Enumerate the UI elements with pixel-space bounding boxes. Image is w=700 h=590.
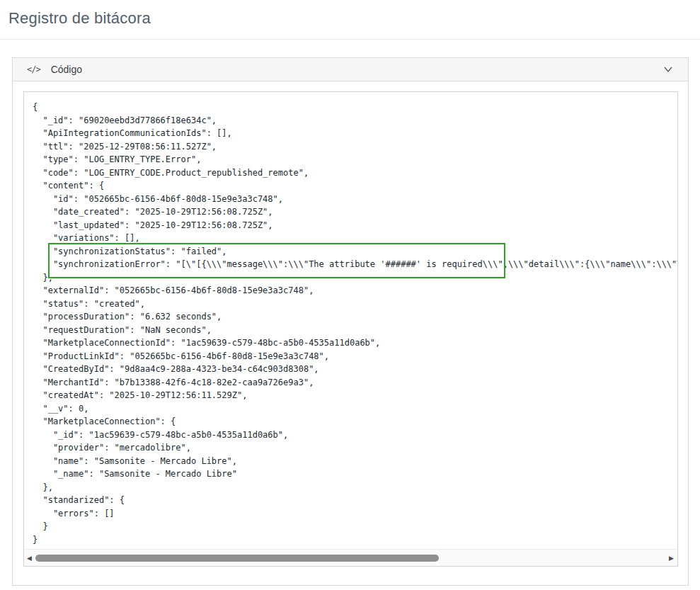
horizontal-scrollbar[interactable]: ◀ ▶ <box>24 549 677 566</box>
code-section-header[interactable]: </> Código <box>13 58 688 81</box>
code-icon: </> <box>27 64 40 74</box>
chevron-down-icon[interactable] <box>663 66 677 73</box>
json-log-code: { "_id": "69020eebd3d77866f18e634c", "Ap… <box>24 92 677 555</box>
log-code-panel: </> Código { "_id": "69020eebd3d77866f18… <box>12 57 689 586</box>
scroll-right-arrow-icon[interactable]: ▶ <box>669 555 674 561</box>
scrollbar-thumb[interactable] <box>35 555 439 562</box>
code-viewport: { "_id": "69020eebd3d77866f18e634c", "Ap… <box>23 91 678 567</box>
page-title: Registro de bitácora <box>0 0 700 28</box>
header-divider <box>0 39 700 40</box>
scroll-left-arrow-icon[interactable]: ◀ <box>27 555 32 561</box>
code-section-body: { "_id": "69020eebd3d77866f18e634c", "Ap… <box>13 81 688 577</box>
code-section-label: Código <box>51 64 82 75</box>
